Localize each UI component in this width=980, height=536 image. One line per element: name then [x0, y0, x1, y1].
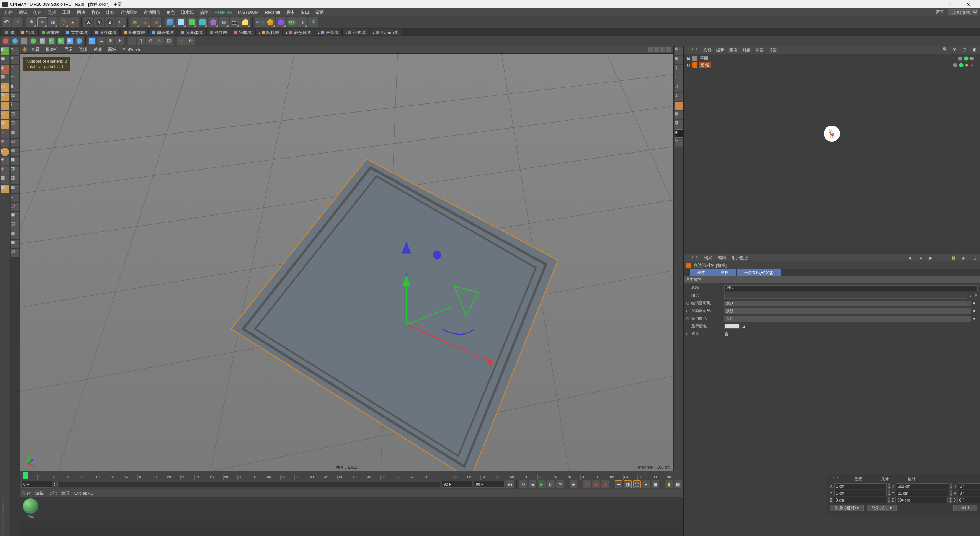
rf-btn-14[interactable]: ↓: [128, 37, 136, 45]
menu-motiontracker[interactable]: 运动跟踪: [118, 9, 140, 16]
field-shader[interactable]: ▸ 着色器域: [283, 29, 314, 35]
tool-15[interactable]: ▨: [11, 175, 19, 184]
vp-nav-orbit-icon[interactable]: [660, 47, 665, 52]
om-menu-tag[interactable]: 标签: [755, 47, 764, 53]
tl-end-input[interactable]: [442, 481, 472, 488]
tool-10[interactable]: ▥: [11, 129, 19, 138]
coord-mode1-select[interactable]: 对象 (相对) ▾: [830, 505, 864, 511]
menu-edit[interactable]: 编辑: [16, 9, 30, 16]
rf-btn-9[interactable]: [75, 37, 83, 45]
vp-nav-zoom-icon[interactable]: [654, 47, 659, 52]
menu-redshift[interactable]: Redshift: [262, 10, 283, 15]
workplane2-button[interactable]: ⊞: [1, 139, 9, 147]
field-random[interactable]: ▸ 随机域: [255, 29, 283, 35]
vpmenu-display[interactable]: 显示: [62, 47, 75, 52]
layout-dropdown[interactable]: 启动 (用户): [948, 9, 978, 15]
tool-16[interactable]: ▩: [11, 185, 19, 193]
fill-tool-button[interactable]: ▨: [11, 93, 19, 101]
rf-btn-6[interactable]: ❀: [47, 37, 56, 45]
attr-nav-fwd[interactable]: ▶: [929, 255, 935, 261]
tl-next-frame[interactable]: ▷: [547, 480, 555, 488]
dropdown-icon[interactable]: ▾: [973, 301, 978, 306]
attr-nav-home[interactable]: ⌂: [940, 255, 946, 261]
model-mode-button[interactable]: ▣: [1, 56, 9, 64]
tool-21[interactable]: ▥: [11, 230, 19, 239]
attr-nav-back[interactable]: ◀: [908, 255, 913, 261]
tl-end2-input[interactable]: [474, 481, 505, 488]
material-item[interactable]: Mat: [21, 498, 40, 518]
lasso-tool-button[interactable]: ◠: [11, 65, 19, 74]
coord-size-input[interactable]: [896, 483, 948, 489]
matmenu-edit[interactable]: 编辑: [35, 490, 44, 496]
dropdown-icon[interactable]: ▾: [973, 309, 978, 314]
attr-anim-dot[interactable]: ⊙: [686, 332, 689, 337]
matmenu-func[interactable]: 功能: [48, 490, 57, 496]
field-formula[interactable]: ▸ 公式域: [342, 29, 369, 35]
rf-btn-2[interactable]: [11, 37, 19, 45]
path-tool-button[interactable]: ⌇: [11, 102, 19, 110]
field-group[interactable]: 组域: [18, 29, 38, 35]
light-dropdown[interactable]: [240, 17, 250, 27]
environment-dropdown[interactable]: ▦: [219, 17, 229, 27]
spinner[interactable]: ▲▼: [888, 497, 890, 503]
maximize-button[interactable]: ▢: [942, 2, 953, 7]
attr-check-value[interactable]: 否: [724, 331, 728, 337]
tl-goto-end[interactable]: ⏭: [570, 480, 577, 488]
object-manager[interactable]: ⊟ 平面 ⬤⬤▦⊟ 相框 ⬤⬤◆▲ 🦌: [684, 54, 980, 254]
coord-rot-input[interactable]: [958, 483, 980, 489]
ring-tool-button[interactable]: ◐: [11, 83, 19, 92]
vpmenu-prorender[interactable]: ProRender: [120, 47, 145, 52]
attr-color-swatch[interactable]: [724, 324, 740, 329]
tool-19[interactable]: ▣: [11, 212, 19, 221]
tl-loop[interactable]: ↻: [519, 480, 527, 488]
rf-btn-16[interactable]: ⊘: [146, 37, 155, 45]
rf-btn-19[interactable]: 〰: [177, 37, 186, 45]
edge-mode-button[interactable]: ▱: [1, 111, 9, 119]
om-object-row[interactable]: ⊟ 平面 ⬤⬤▦: [687, 55, 977, 62]
rf-btn-7[interactable]: ✿: [57, 37, 65, 45]
coord-system-toggle[interactable]: ⊕: [116, 17, 126, 27]
lab-tool[interactable]: ⚗: [308, 17, 318, 27]
attr-menu-edit[interactable]: 编辑: [718, 255, 726, 261]
coord-pos-input[interactable]: [834, 497, 886, 503]
om-tag-icon[interactable]: ⬤: [958, 56, 962, 61]
candle-tool[interactable]: 🕯: [297, 17, 307, 27]
purple-ball-tool[interactable]: [276, 17, 286, 27]
field-cylinder[interactable]: 圆柱体域: [91, 29, 120, 35]
menu-insydium[interactable]: INSYDIUM: [235, 10, 261, 15]
brush-tool-button[interactable]: ✎: [11, 56, 19, 64]
menu-file[interactable]: 文件: [2, 9, 15, 16]
primitive-dropdown[interactable]: [165, 17, 175, 27]
om-tag-icon[interactable]: ▦: [970, 56, 974, 61]
redo-button[interactable]: ↷: [12, 17, 22, 27]
vp-pal-10[interactable]: ◉: [675, 129, 683, 138]
checker-button[interactable]: ▦: [1, 185, 9, 193]
live-select-tool[interactable]: ✥: [26, 17, 36, 27]
object-mode-button[interactable]: ◳: [1, 83, 9, 92]
om-expand-toggle[interactable]: ⊟: [687, 56, 691, 61]
spinner[interactable]: ▲▼: [888, 490, 890, 496]
vp-nav-toggle-icon[interactable]: [666, 47, 671, 52]
attr-tab-basic[interactable]: 基本: [690, 269, 713, 276]
perspective-viewport[interactable]: Number of emitters: 0 Total live particl…: [20, 54, 673, 471]
attr-menu-userdata[interactable]: 用户数据: [732, 255, 748, 261]
layer-clear-icon[interactable]: ⊗: [974, 293, 978, 298]
attr-new-icon[interactable]: ◉: [962, 255, 967, 261]
tl-start-input[interactable]: [21, 481, 52, 488]
attr-layer-field[interactable]: [724, 293, 967, 299]
timeline-range-slider[interactable]: [57, 482, 440, 487]
attr-lock-icon[interactable]: 🔒: [951, 255, 956, 261]
vp-pal-2[interactable]: ◉: [675, 56, 683, 64]
vp-pal-9[interactable]: ▦: [675, 120, 683, 129]
lock-button[interactable]: ⊘: [1, 157, 9, 165]
menu-volume[interactable]: 体积: [103, 9, 117, 16]
coord-apply-button[interactable]: 应用: [953, 505, 977, 511]
tl-autokey[interactable]: ◉: [592, 480, 600, 488]
minimize-button[interactable]: —: [921, 2, 933, 7]
rf-btn-10[interactable]: ⊕: [88, 37, 96, 45]
vp-pal-5[interactable]: ⊡: [675, 83, 683, 92]
vpmenu-panel[interactable]: 面板: [106, 47, 119, 52]
or-tool[interactable]: OR: [287, 17, 297, 27]
menu-plugins[interactable]: 插件: [197, 9, 211, 16]
render-view-button[interactable]: ▣: [130, 17, 140, 27]
